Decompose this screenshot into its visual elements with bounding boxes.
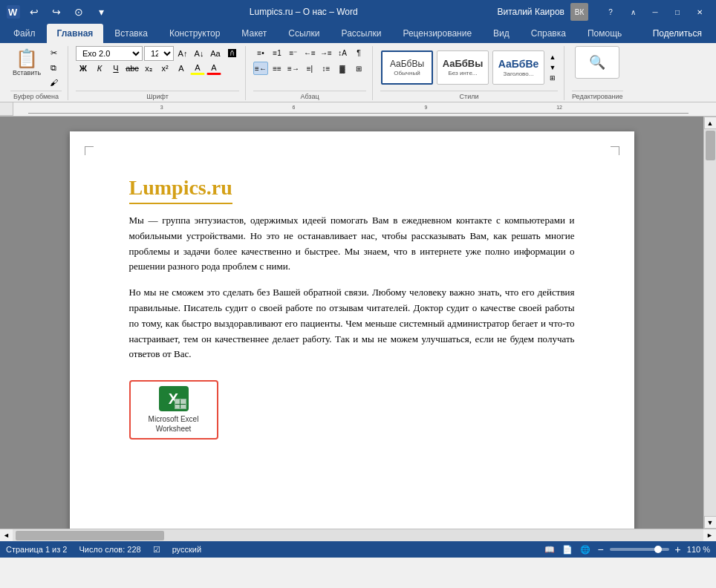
read-mode-icon[interactable]: 📖 xyxy=(544,543,556,555)
style-no-spacing[interactable]: АаБбВы Без инте... xyxy=(437,50,489,85)
justify-button[interactable]: ≡| xyxy=(302,62,317,75)
excel-icon-grid xyxy=(175,399,186,409)
increase-font-button[interactable]: A↑ xyxy=(175,47,190,60)
zoom-slider[interactable] xyxy=(610,548,669,551)
tab-mailings[interactable]: Рассылки xyxy=(331,24,392,43)
tab-view[interactable]: Вид xyxy=(483,24,520,43)
superscript-button[interactable]: x² xyxy=(157,62,172,75)
zoom-thumb xyxy=(654,546,662,553)
svg-text:W: W xyxy=(8,7,18,18)
strikethrough-button[interactable]: abc xyxy=(125,62,140,75)
scroll-thumb-v[interactable] xyxy=(706,131,715,160)
horizontal-scrollbar[interactable]: ◄ ► xyxy=(0,529,716,541)
change-case-button[interactable]: 🅰 xyxy=(224,47,239,60)
maximize-button[interactable]: □ xyxy=(667,4,688,19)
title-bar-icons: W ↩ ↪ ⊙ ▾ xyxy=(6,3,110,21)
zoom-level-label[interactable]: 110 % xyxy=(687,545,710,554)
font-family-select[interactable]: Exo 2.0 xyxy=(76,46,143,61)
find-button[interactable]: 🔍 xyxy=(575,46,619,79)
ribbon-content: 📋 Вставить ✂ ⧉ 🖌 Буфер обмена Exo 2.0 xyxy=(0,43,716,102)
multilevel-list-button[interactable]: ≡⁻ xyxy=(286,46,301,59)
decrease-indent-button[interactable]: ←≡ xyxy=(302,46,317,59)
undo-button[interactable]: ↩ xyxy=(25,3,43,21)
styles-expand[interactable]: ⊞ xyxy=(547,73,558,83)
bullets-button[interactable]: ≡• xyxy=(253,46,268,59)
underline-button[interactable]: Ч xyxy=(108,62,123,75)
editing-group: 🔍 Редактирование xyxy=(566,46,629,100)
style-normal[interactable]: АаБбВы Обычный xyxy=(381,50,433,85)
numbering-button[interactable]: ≡1 xyxy=(270,46,284,59)
customize-qa-button[interactable]: ▾ xyxy=(92,3,110,21)
font-size-select[interactable]: 12 xyxy=(144,46,174,61)
window-title: Lumpics.ru – О нас – Word xyxy=(110,7,497,17)
subscript-button[interactable]: x₂ xyxy=(141,62,156,75)
paste-button[interactable]: 📋 Вставить xyxy=(10,46,43,79)
excel-object-label: Microsoft ExcelWorksheet xyxy=(149,414,199,434)
print-layout-icon[interactable]: 📄 xyxy=(562,543,573,555)
tab-layout[interactable]: Макет xyxy=(231,24,277,43)
excel-embedded-object[interactable]: X Microsoft ExcelWorksheet xyxy=(129,380,218,440)
minimize-button[interactable]: ─ xyxy=(645,4,665,19)
scroll-track-h[interactable] xyxy=(13,529,703,541)
paragraph-1: Мы — группа энтузиастов, одержимых идеей… xyxy=(129,213,575,275)
tab-references[interactable]: Ссылки xyxy=(278,24,330,43)
font-color-button[interactable]: A xyxy=(206,62,221,75)
redo-button[interactable]: ↪ xyxy=(48,3,65,21)
scroll-track-v[interactable] xyxy=(704,129,716,516)
align-left-button[interactable]: ≡← xyxy=(253,62,268,75)
align-right-button[interactable]: ≡→ xyxy=(286,62,301,75)
tab-file[interactable]: Файл xyxy=(3,24,46,43)
style-heading1[interactable]: АаБбВе Заголово... xyxy=(492,50,544,85)
autosave-icon[interactable]: ⊙ xyxy=(70,3,88,21)
styles-group: АаБбВы Обычный АаБбВы Без инте... АаБбВе… xyxy=(374,46,564,100)
close-button[interactable]: ✕ xyxy=(689,4,710,19)
scroll-down-button[interactable]: ▼ xyxy=(704,516,717,529)
style-heading-preview: АаБбВе xyxy=(498,59,539,69)
clear-format-button[interactable]: Aa xyxy=(208,47,223,60)
vertical-scrollbar[interactable]: ▲ ▼ xyxy=(703,117,716,529)
language-label[interactable]: русский xyxy=(172,545,201,555)
text-effects-button[interactable]: A xyxy=(174,62,189,75)
increase-indent-button[interactable]: →≡ xyxy=(319,46,333,59)
tab-assist[interactable]: Помощь xyxy=(577,24,632,43)
bold-button[interactable]: Ж xyxy=(76,62,91,75)
decrease-font-button[interactable]: A↓ xyxy=(192,47,206,60)
cut-button[interactable]: ✂ xyxy=(45,46,62,59)
tab-design[interactable]: Конструктор xyxy=(159,24,230,43)
scroll-thumb-h[interactable] xyxy=(16,531,164,540)
align-center-button[interactable]: ≡≡ xyxy=(270,62,284,75)
style-normal-preview: АаБбВы xyxy=(390,59,424,68)
scroll-right-button[interactable]: ► xyxy=(703,529,716,542)
sort-button[interactable]: ↕A xyxy=(335,46,350,59)
excel-object-wrapper: X Microsoft ExcelWorksheet xyxy=(129,380,218,440)
ribbon-collapse-button[interactable]: ∧ xyxy=(622,4,643,19)
scroll-up-button[interactable]: ▲ xyxy=(704,117,717,129)
word-logo-icon: W xyxy=(6,4,21,19)
zoom-plus-button[interactable]: + xyxy=(675,543,681,555)
spell-check-icon[interactable]: ☑ xyxy=(153,545,160,555)
tab-help[interactable]: Справка xyxy=(521,24,576,43)
tab-insert[interactable]: Вставка xyxy=(104,24,158,43)
tab-home[interactable]: Главная xyxy=(47,24,104,43)
web-layout-icon[interactable]: 🌐 xyxy=(579,543,591,555)
scroll-left-button[interactable]: ◄ xyxy=(0,529,13,542)
styles-scroll-up[interactable]: ▲ xyxy=(547,52,558,62)
help-icon[interactable]: ? xyxy=(600,4,621,19)
status-right: 📖 📄 🌐 − + 110 % xyxy=(544,543,710,555)
title-bar: W ↩ ↪ ⊙ ▾ Lumpics.ru – О нас – Word Вита… xyxy=(0,0,716,24)
format-painter-button[interactable]: 🖌 xyxy=(45,76,62,89)
shading-button[interactable]: ▓ xyxy=(335,62,350,75)
document-body: Мы — группа энтузиастов, одержимых идеей… xyxy=(129,213,575,362)
tab-review[interactable]: Рецензирование xyxy=(392,24,482,43)
styles-scroll-down[interactable]: ▼ xyxy=(547,62,558,73)
borders-button[interactable]: ⊞ xyxy=(351,62,366,75)
highlight-color-button[interactable]: A xyxy=(190,62,205,75)
zoom-minus-button[interactable]: − xyxy=(597,543,603,555)
user-avatar[interactable]: ВК xyxy=(570,3,588,21)
share-button[interactable]: Поделиться xyxy=(642,24,712,43)
line-spacing-button[interactable]: ↕≡ xyxy=(319,62,333,75)
show-marks-button[interactable]: ¶ xyxy=(351,46,366,59)
corner-mark-tr xyxy=(611,146,619,155)
italic-button[interactable]: К xyxy=(92,62,107,75)
copy-button[interactable]: ⧉ xyxy=(45,61,62,74)
